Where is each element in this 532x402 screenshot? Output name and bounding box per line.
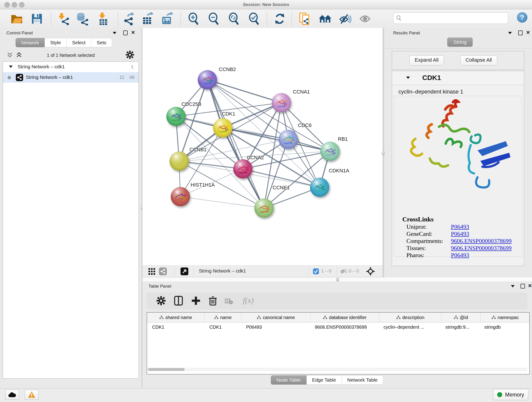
birds-eye-view-icon[interactable] (181, 268, 188, 275)
column-header-database-identifier[interactable]: database identifier (310, 313, 380, 322)
clone-network-icon[interactable] (298, 12, 312, 26)
table-horizontal-scrollbar[interactable] (147, 368, 527, 371)
network-edge[interactable] (207, 80, 264, 208)
export-image-icon[interactable] (160, 12, 174, 26)
expand-all-button[interactable]: Expand All (409, 56, 444, 65)
zoom-in-icon[interactable] (187, 12, 200, 26)
network-edge[interactable] (180, 197, 264, 208)
column-header-@id[interactable]: @id (442, 313, 481, 322)
table-tab-edge-table[interactable]: Edge Table (307, 375, 342, 385)
search-box[interactable] (393, 12, 508, 24)
delete-column-icon[interactable] (208, 296, 218, 306)
selected-checkbox-icon[interactable] (313, 268, 319, 274)
right-splitter-handle[interactable] (382, 151, 385, 155)
memory-button[interactable]: Memory (493, 389, 528, 400)
scrollbar-thumb[interactable] (148, 368, 185, 371)
gene-section-collapse-icon[interactable] (406, 77, 410, 79)
window-close-button[interactable] (4, 2, 10, 7)
select-columns-icon[interactable] (174, 296, 183, 306)
export-network-icon[interactable] (123, 12, 136, 26)
results-tab-string[interactable]: String (447, 38, 473, 47)
network-options-gear-icon[interactable] (126, 51, 134, 59)
first-neighbors-icon[interactable] (318, 12, 332, 26)
column-header-description[interactable]: description (380, 313, 442, 322)
open-session-icon[interactable] (10, 12, 23, 26)
network-node-ccne1[interactable] (254, 198, 273, 218)
hide-selected-icon[interactable] (339, 12, 352, 26)
network-edge[interactable] (207, 80, 281, 103)
network-node-cdc25b[interactable] (166, 107, 186, 126)
crosslink-link[interactable]: P06493 (451, 252, 469, 259)
crosslink-link[interactable]: 9606.ENSP00000378699 (451, 245, 512, 252)
column-header-namespac[interactable]: namespac (481, 313, 530, 322)
network-node-ccna1[interactable] (272, 93, 291, 112)
network-canvas[interactable]: CCNB2CCNA1CDC25BCDK1CDC6RB1CCNB1CCNA2CDK… (143, 28, 383, 265)
table-cell[interactable]: cyclin–dependent ... (379, 322, 440, 332)
hidden-eye-slash-icon[interactable] (340, 268, 347, 274)
collapse-all-button[interactable]: Collapse All (460, 56, 497, 65)
control-panel-close-icon[interactable]: ✕ (131, 31, 135, 35)
tab-style[interactable]: Style (45, 38, 67, 47)
tab-sets[interactable]: Sets (91, 38, 112, 47)
table-cell[interactable]: CDK1 (204, 322, 241, 332)
zoom-selected-icon[interactable] (247, 12, 261, 26)
tab-network[interactable]: Network (16, 38, 45, 47)
import-network-database-icon[interactable] (76, 12, 89, 26)
column-header-shared-name[interactable]: shared name (147, 313, 205, 322)
network-edge[interactable] (243, 169, 320, 187)
cloud-status-button[interactable] (5, 390, 19, 400)
table-cell[interactable]: stringdb (479, 322, 528, 332)
table-panel-close-icon[interactable]: ✕ (528, 284, 532, 288)
import-network-file-icon[interactable] (57, 12, 70, 26)
zoom-fit-icon[interactable] (227, 12, 241, 26)
table-cell[interactable]: P06493 (241, 322, 310, 332)
network-share-toggle-icon[interactable] (159, 268, 167, 275)
table-row[interactable]: CDK1CDK1P064939606.ENSP00000378699cyclin… (147, 322, 529, 332)
table-settings-gear-icon[interactable] (156, 296, 166, 306)
refresh-layout-icon[interactable] (273, 12, 286, 26)
control-panel-menu-icon[interactable] (113, 32, 116, 34)
crosslink-link[interactable]: P06493 (451, 223, 469, 230)
help-button[interactable]: ? (517, 12, 527, 23)
horizontal-splitter-handle[interactable] (336, 278, 339, 281)
tab-select[interactable]: Select (67, 38, 91, 47)
table-tab-node-table[interactable]: Node Table (271, 375, 307, 385)
network-node-cdc6[interactable] (279, 130, 298, 149)
results-panel-float-icon[interactable] (518, 31, 523, 35)
control-panel-float-icon[interactable] (123, 31, 128, 35)
node-table[interactable]: shared namenamecanonical namedatabase id… (147, 312, 530, 375)
results-panel-close-icon[interactable]: ✕ (526, 31, 530, 35)
crosslink-link[interactable]: P06493 (451, 230, 469, 237)
show-all-icon[interactable] (358, 12, 372, 26)
zoom-out-icon[interactable] (207, 12, 220, 26)
network-collection-row[interactable]: String Network – cdk1 1 (3, 62, 139, 72)
results-panel-menu-icon[interactable] (508, 32, 512, 34)
window-zoom-button[interactable] (19, 2, 25, 7)
column-header-name[interactable]: name (205, 313, 241, 322)
export-table-icon[interactable] (141, 12, 154, 26)
column-header-canonical-name[interactable]: canonical name (241, 313, 310, 322)
window-minimize-button[interactable] (12, 2, 17, 7)
table-panel-menu-icon[interactable] (511, 285, 515, 287)
network-node-hist1h1a[interactable] (171, 187, 190, 206)
table-cell[interactable]: CDK1 (147, 322, 204, 332)
network-row-selected[interactable]: String Network – cdk1 11 48 (3, 72, 139, 83)
network-node-cdkn1a[interactable] (310, 178, 329, 197)
grid-view-icon[interactable] (148, 268, 155, 275)
search-input[interactable] (404, 13, 505, 22)
import-table-icon[interactable] (96, 12, 109, 26)
crosslink-link[interactable]: 9606.ENSP00000378699 (451, 238, 512, 245)
network-node-rb1[interactable] (320, 142, 340, 161)
warnings-button[interactable] (25, 390, 38, 400)
table-panel-float-icon[interactable] (520, 284, 525, 288)
center-view-crosshair-icon[interactable] (366, 267, 375, 276)
gene-section-header[interactable]: CDK1 (392, 71, 524, 85)
table-cell[interactable]: stringdb:9... (440, 322, 479, 332)
collection-expand-icon[interactable] (9, 65, 13, 68)
table-cell[interactable]: 9606.ENSP00000378699 (310, 322, 379, 332)
add-column-icon[interactable] (191, 296, 201, 306)
network-node-ccna2[interactable] (233, 159, 253, 179)
table-tab-network-table[interactable]: Network Table (342, 375, 384, 385)
network-node-cdk1[interactable] (213, 118, 232, 138)
save-session-icon[interactable] (30, 12, 44, 26)
